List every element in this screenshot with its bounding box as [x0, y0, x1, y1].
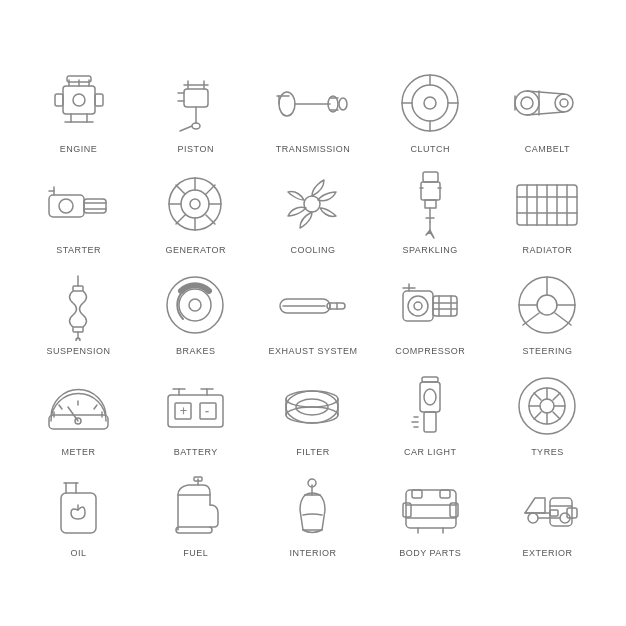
generator-icon [156, 170, 236, 240]
svg-rect-2 [95, 94, 103, 106]
svg-point-38 [560, 99, 568, 107]
piston-label: PISTON [178, 144, 214, 154]
svg-line-112 [59, 405, 62, 409]
item-tyres: TYRES [489, 366, 606, 463]
item-radiator: RADIATOR [489, 164, 606, 261]
oil-icon [39, 473, 119, 543]
generator-label: GENERATOR [165, 245, 226, 255]
item-cooling: COOLING [254, 164, 371, 261]
sparkling-label: SPARKLING [403, 245, 458, 255]
svg-point-10 [73, 94, 85, 106]
transmission-label: TRANSMISSION [276, 144, 351, 154]
item-interior: INTERIOR [254, 467, 371, 564]
svg-point-133 [424, 389, 436, 405]
item-suspension: SUSPENSION [20, 265, 137, 362]
icon-grid: ENGINE PISTON [0, 53, 626, 574]
svg-rect-108 [49, 415, 108, 429]
svg-rect-45 [84, 199, 106, 213]
radiator-label: RADIATOR [523, 245, 573, 255]
item-compressor: COMPRESSOR [372, 265, 489, 362]
item-fuel: FUEL [137, 467, 254, 564]
clutch-label: CLUTCH [410, 144, 450, 154]
svg-rect-94 [433, 296, 457, 316]
body-parts-icon [390, 473, 470, 543]
item-brakes: BRAKES [137, 265, 254, 362]
svg-line-60 [176, 215, 185, 224]
exhaust-system-icon [273, 271, 353, 341]
interior-label: INTERIOR [289, 548, 336, 558]
fuel-icon [156, 473, 236, 543]
cooling-label: COOLING [290, 245, 335, 255]
engine-label: ENGINE [60, 144, 98, 154]
svg-point-85 [189, 299, 201, 311]
item-cambelt: CAMBELT [489, 63, 606, 160]
body-parts-label: BODY PARTS [399, 548, 461, 558]
svg-rect-154 [176, 527, 212, 533]
radiator-icon [507, 170, 587, 240]
steering-label: STEERING [522, 346, 572, 356]
svg-rect-159 [406, 490, 456, 528]
svg-rect-163 [440, 490, 450, 498]
item-generator: GENERATOR [137, 164, 254, 261]
filter-label: FILTER [296, 447, 329, 457]
exterior-label: EXTERIOR [522, 548, 572, 558]
svg-rect-149 [61, 493, 96, 533]
starter-icon [39, 170, 119, 240]
svg-point-61 [304, 196, 320, 212]
battery-icon: + - [156, 372, 236, 442]
svg-rect-162 [412, 490, 422, 498]
svg-line-17 [180, 126, 192, 131]
svg-point-36 [521, 97, 533, 109]
transmission-icon [273, 69, 353, 139]
clutch-icon [390, 69, 470, 139]
item-filter: FILTER [254, 366, 371, 463]
svg-line-105 [555, 313, 571, 325]
compressor-icon [390, 271, 470, 341]
svg-line-147 [553, 393, 560, 400]
item-oil: OIL [20, 467, 137, 564]
svg-line-104 [523, 313, 539, 325]
item-piston: PISTON [137, 63, 254, 160]
svg-text:-: - [205, 404, 209, 418]
battery-label: BATTERY [174, 447, 218, 457]
item-clutch: CLUTCH [372, 63, 489, 160]
item-exhaust-system: EXHAUST SYSTEM [254, 265, 371, 362]
svg-point-16 [192, 123, 200, 129]
item-sparkling: SPARKLING [372, 164, 489, 261]
car-light-icon [390, 372, 470, 442]
svg-point-37 [555, 94, 573, 112]
svg-rect-79 [73, 286, 83, 291]
item-battery: + - BATTERY [137, 366, 254, 463]
svg-point-52 [190, 199, 200, 209]
tyres-icon [507, 372, 587, 442]
svg-line-114 [94, 405, 97, 409]
svg-point-102 [537, 295, 557, 315]
svg-line-148 [534, 412, 541, 419]
svg-text:+: + [180, 404, 187, 418]
item-steering: STEERING [489, 265, 606, 362]
svg-rect-169 [550, 510, 558, 516]
item-starter: STARTER [20, 164, 137, 261]
svg-line-57 [176, 185, 185, 194]
cambelt-label: CAMBELT [525, 144, 570, 154]
item-body-parts: BODY PARTS [372, 467, 489, 564]
car-light-label: CAR LIGHT [404, 447, 457, 457]
svg-rect-134 [424, 412, 436, 432]
svg-rect-11 [184, 89, 208, 107]
svg-point-84 [179, 289, 211, 321]
filter-icon [273, 372, 353, 442]
piston-icon [156, 69, 236, 139]
svg-line-146 [553, 412, 560, 419]
fuel-label: FUEL [183, 548, 208, 558]
oil-label: OIL [71, 548, 87, 558]
svg-point-29 [412, 85, 448, 121]
cambelt-icon [507, 69, 587, 139]
svg-point-35 [515, 91, 539, 115]
svg-point-93 [414, 302, 422, 310]
brakes-label: BRAKES [176, 346, 216, 356]
svg-point-138 [519, 378, 575, 434]
svg-rect-62 [423, 172, 438, 182]
svg-rect-1 [55, 94, 63, 106]
svg-rect-66 [425, 200, 436, 208]
svg-point-140 [540, 399, 554, 413]
